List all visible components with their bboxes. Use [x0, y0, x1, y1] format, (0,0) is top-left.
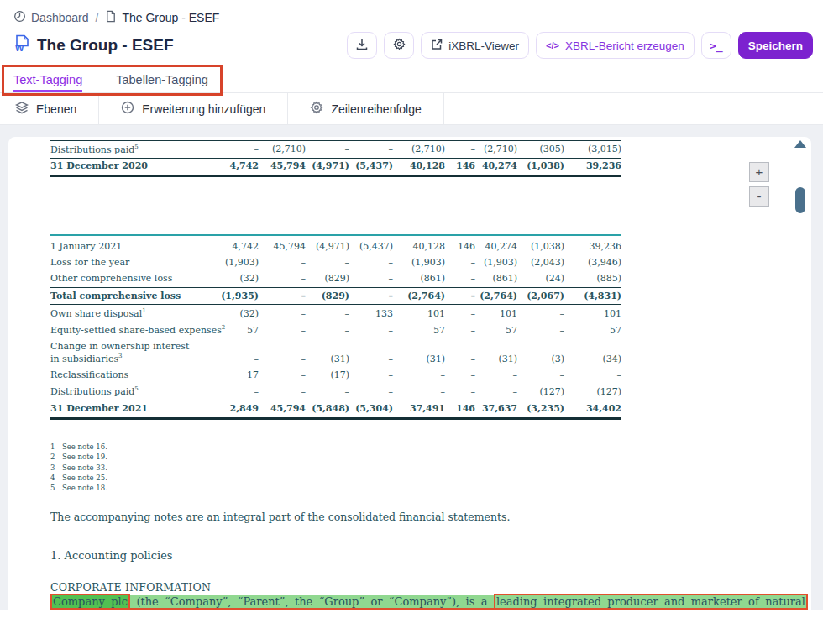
row-order-label: Zeilenreihenfolge: [331, 102, 421, 116]
layers-icon: [15, 101, 29, 117]
table-cell: (4,971): [306, 158, 349, 175]
table-cell: (1,903): [475, 255, 517, 271]
table-cell: 133: [349, 305, 393, 322]
table-cell: –: [349, 271, 393, 288]
table-cell: 146: [445, 401, 475, 418]
breadcrumb: Dashboard / The Group - ESEF: [0, 0, 823, 27]
table-cell: –: [210, 338, 259, 367]
table-row[interactable]: 1 January 20214,74245,794(4,971)(5,437)4…: [50, 235, 621, 255]
table-cell: –: [445, 305, 475, 322]
row-label: 31 December 2020: [50, 158, 210, 175]
breadcrumb-current-link[interactable]: The Group - ESEF: [105, 10, 219, 25]
add-extension-button[interactable]: Erweiterung hinzufügen: [99, 93, 288, 124]
table-cell: (2,067): [517, 288, 564, 305]
table-cell: –: [445, 141, 475, 159]
zoom-out-button[interactable]: -: [749, 186, 769, 207]
table-cell: 101: [393, 305, 445, 322]
table-cell: (2,764): [475, 288, 517, 305]
table-row[interactable]: Own share disposal1(32)––133101–101–101: [50, 305, 621, 322]
row-label: Own share disposal1: [50, 305, 210, 322]
table-cell: 39,236: [564, 158, 621, 175]
table-cell: 57: [393, 322, 445, 338]
layers-label: Ebenen: [36, 102, 76, 116]
table-cell: 45,794: [259, 401, 306, 418]
table-row[interactable]: Equity-settled share-based expenses257––…: [50, 322, 621, 338]
table-cell: (5,437): [349, 235, 393, 255]
table-cell: (31): [475, 338, 517, 367]
table-cell: 57: [475, 322, 517, 338]
table-cell: 40,274: [475, 158, 517, 175]
table-cell: (2,710): [475, 141, 517, 159]
ixbrl-viewer-button[interactable]: iXBRL-Viewer: [421, 32, 529, 59]
table-cell: (861): [393, 271, 445, 288]
row-order-button[interactable]: Zeilenreihenfolge: [288, 93, 443, 124]
page-title: W The Group - ESEF: [13, 34, 174, 57]
scrollbar-thumb[interactable]: [795, 187, 805, 213]
row-label: 1 January 2021: [50, 235, 210, 255]
table-cell: (1,935): [210, 288, 259, 305]
footnote: 5See note 18.: [50, 483, 803, 493]
table-row[interactable]: Distributions paid5–(2,710)––(2,710)–(2,…: [50, 141, 621, 159]
footnote-marker: 2: [222, 324, 225, 331]
table-cell: 39,236: [564, 235, 621, 255]
table-cell: –: [306, 322, 349, 338]
table-cell: 40,128: [393, 158, 445, 175]
accompanying-notes-line: The accompanying notes are an integral p…: [50, 510, 803, 523]
scroll-up-arrow[interactable]: [794, 140, 806, 148]
layers-button[interactable]: Ebenen: [0, 93, 99, 124]
row-label: Other comprehensive loss: [50, 271, 210, 288]
table-cell: 57: [564, 322, 621, 338]
xbrl-generate-label: XBRL-Bericht erzeugen: [565, 39, 684, 52]
table-row[interactable]: Loss for the year(1,903)–––(1,903)–(1,90…: [50, 255, 621, 271]
table-cell: –: [306, 384, 349, 401]
table-cell: –: [445, 384, 475, 401]
table-row[interactable]: 31 December 20212,84945,794(5,848)(5,304…: [50, 401, 621, 418]
header-actions: iXBRL-Viewer </> XBRL-Bericht erzeugen >…: [347, 32, 813, 59]
table-row[interactable]: Change in ownership interestin subsidiar…: [50, 338, 621, 367]
table-cell: –: [259, 305, 306, 322]
table-cell: –: [259, 384, 306, 401]
footnote: 3See note 33.: [50, 463, 803, 473]
table-cell: –: [259, 322, 306, 338]
tab-tabellen-tagging[interactable]: Tabellen-Tagging: [116, 73, 208, 92]
external-link-icon: [431, 39, 443, 53]
table-row[interactable]: Reclassifications17–(17)––––––: [50, 368, 621, 384]
settings-button[interactable]: [384, 32, 414, 59]
table-cell: 101: [475, 305, 517, 322]
section-heading: 1. Accounting policies: [50, 549, 803, 562]
table-cell: (829): [306, 288, 349, 305]
table-row[interactable]: Total comprehensive loss(1,935)–(829)–(2…: [50, 288, 621, 305]
table-cell: –: [475, 384, 517, 401]
table-cell: (4,831): [564, 288, 621, 305]
table-cell: (3): [517, 338, 564, 367]
table-row[interactable]: Distributions paid5–––––––(127)(127): [50, 384, 621, 401]
save-button[interactable]: Speichern: [738, 32, 813, 59]
table-cell: (31): [393, 338, 445, 367]
terminal-button[interactable]: >_: [701, 32, 731, 59]
footnote-marker: 5: [134, 385, 138, 392]
breadcrumb-separator: /: [96, 11, 99, 24]
table-cell: 45,794: [259, 158, 306, 175]
document-icon: [105, 10, 117, 25]
table-cell: –: [445, 338, 475, 367]
word-document-icon: W: [13, 34, 30, 57]
table-cell: (4,971): [306, 235, 349, 255]
table-row[interactable]: 31 December 20204,74245,794(4,971)(5,437…: [50, 158, 621, 175]
table-cell: –: [445, 368, 475, 384]
table-cell: –: [445, 255, 475, 271]
terminal-icon: >_: [710, 39, 723, 52]
dashboard-icon: [13, 10, 26, 25]
document-viewport: + - Distributions paid5–(2,710)––(2,710)…: [0, 125, 823, 610]
xbrl-generate-button[interactable]: </> XBRL-Bericht erzeugen: [536, 32, 695, 59]
table-row[interactable]: Other comprehensive loss(32)–(829)–(861)…: [50, 271, 621, 288]
breadcrumb-dashboard-link[interactable]: Dashboard: [13, 10, 89, 25]
download-icon: [356, 39, 368, 53]
table-cell: –: [306, 141, 349, 159]
table-cell: –: [393, 384, 445, 401]
document-page: + - Distributions paid5–(2,710)––(2,710)…: [8, 137, 811, 610]
table-cell: (1,038): [517, 158, 564, 175]
tab-text-tagging[interactable]: Text-Tagging: [13, 73, 82, 92]
download-button[interactable]: [347, 32, 377, 59]
tagged-fact-company-name[interactable]: Company plc: [50, 594, 130, 610]
zoom-in-button[interactable]: +: [749, 162, 769, 182]
